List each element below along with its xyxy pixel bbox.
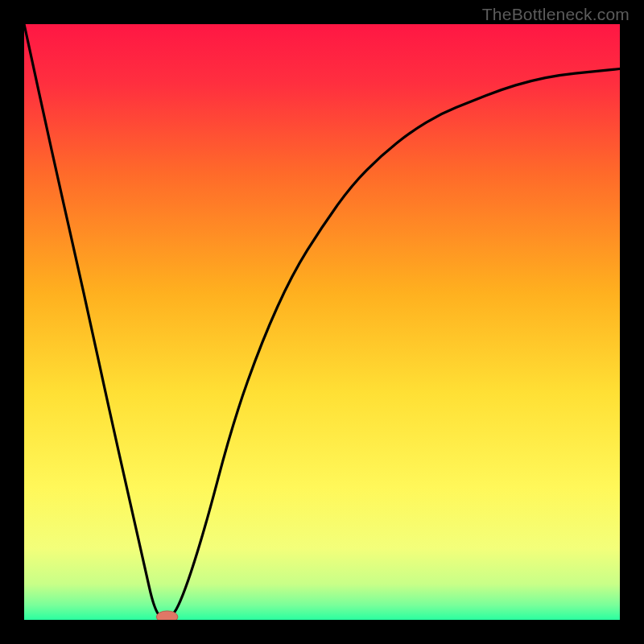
plot-background xyxy=(24,24,620,620)
watermark-text: TheBottleneck.com xyxy=(482,5,630,24)
chart-plot xyxy=(24,24,620,620)
chart-frame: TheBottleneck.com xyxy=(0,0,644,644)
minimum-marker xyxy=(156,611,178,620)
